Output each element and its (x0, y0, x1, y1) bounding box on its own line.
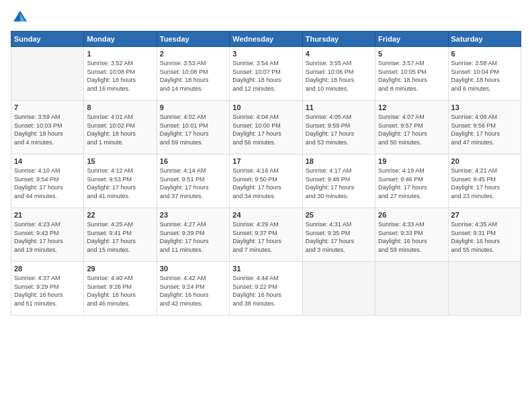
week-row-5: 28Sunrise: 4:37 AM Sunset: 9:29 PM Dayli… (11, 262, 521, 316)
day-number: 22 (87, 211, 153, 219)
day-cell: 19Sunrise: 4:19 AM Sunset: 9:46 PM Dayli… (375, 154, 448, 208)
day-info: Sunrise: 4:19 AM Sunset: 9:46 PM Dayligh… (378, 167, 445, 200)
logo (11, 8, 32, 27)
day-info: Sunrise: 3:54 AM Sunset: 10:07 PM Daylig… (232, 59, 299, 93)
day-cell: 17Sunrise: 4:16 AM Sunset: 9:50 PM Dayli… (230, 154, 302, 208)
day-info: Sunrise: 4:07 AM Sunset: 9:57 PM Dayligh… (378, 113, 445, 146)
day-number: 16 (160, 157, 226, 165)
day-info: Sunrise: 4:10 AM Sunset: 9:54 PM Dayligh… (14, 167, 81, 200)
weekday-header-tuesday: Tuesday (157, 32, 229, 47)
day-number: 1 (87, 50, 153, 58)
calendar-table: SundayMondayTuesdayWednesdayThursdayFrid… (11, 31, 521, 316)
day-info: Sunrise: 4:17 AM Sunset: 9:48 PM Dayligh… (306, 167, 372, 200)
day-number: 13 (451, 103, 518, 111)
day-info: Sunrise: 3:59 AM Sunset: 10:03 PM Daylig… (14, 113, 81, 146)
day-cell: 29Sunrise: 4:40 AM Sunset: 9:26 PM Dayli… (84, 262, 157, 316)
weekday-header-row: SundayMondayTuesdayWednesdayThursdayFrid… (11, 32, 521, 47)
day-cell: 5Sunrise: 3:57 AM Sunset: 10:05 PM Dayli… (375, 47, 448, 101)
page: SundayMondayTuesdayWednesdayThursdayFrid… (0, 0, 532, 411)
day-info: Sunrise: 4:29 AM Sunset: 9:37 PM Dayligh… (232, 220, 299, 254)
day-number: 8 (87, 103, 153, 111)
day-cell: 15Sunrise: 4:12 AM Sunset: 9:53 PM Dayli… (84, 154, 157, 208)
day-number: 21 (14, 211, 81, 219)
day-number: 9 (160, 103, 226, 111)
day-cell: 27Sunrise: 4:35 AM Sunset: 9:31 PM Dayli… (448, 208, 521, 262)
day-number: 10 (232, 103, 299, 111)
day-info: Sunrise: 4:04 AM Sunset: 10:00 PM Daylig… (232, 113, 299, 146)
day-cell: 11Sunrise: 4:05 AM Sunset: 9:59 PM Dayli… (302, 101, 375, 154)
day-cell: 24Sunrise: 4:29 AM Sunset: 9:37 PM Dayli… (230, 208, 302, 262)
day-number: 29 (87, 265, 153, 273)
day-info: Sunrise: 3:55 AM Sunset: 10:06 PM Daylig… (306, 59, 372, 93)
day-cell: 6Sunrise: 3:58 AM Sunset: 10:04 PM Dayli… (448, 47, 521, 101)
day-cell: 25Sunrise: 4:31 AM Sunset: 9:35 PM Dayli… (302, 208, 375, 262)
day-info: Sunrise: 4:02 AM Sunset: 10:01 PM Daylig… (160, 113, 226, 146)
day-cell (448, 262, 521, 316)
day-cell: 20Sunrise: 4:21 AM Sunset: 9:45 PM Dayli… (448, 154, 521, 208)
day-info: Sunrise: 4:25 AM Sunset: 9:41 PM Dayligh… (87, 220, 153, 254)
day-number: 19 (378, 157, 445, 165)
day-info: Sunrise: 4:23 AM Sunset: 9:43 PM Dayligh… (14, 220, 81, 254)
day-number: 25 (306, 211, 372, 219)
day-cell: 1Sunrise: 3:52 AM Sunset: 10:08 PM Dayli… (84, 47, 157, 101)
day-number: 17 (232, 157, 299, 165)
day-cell: 7Sunrise: 3:59 AM Sunset: 10:03 PM Dayli… (11, 101, 84, 154)
day-info: Sunrise: 4:27 AM Sunset: 9:39 PM Dayligh… (160, 220, 226, 254)
day-cell: 12Sunrise: 4:07 AM Sunset: 9:57 PM Dayli… (375, 101, 448, 154)
day-info: Sunrise: 4:33 AM Sunset: 9:33 PM Dayligh… (378, 220, 445, 254)
day-info: Sunrise: 4:42 AM Sunset: 9:24 PM Dayligh… (160, 274, 226, 308)
day-info: Sunrise: 4:31 AM Sunset: 9:35 PM Dayligh… (306, 220, 372, 254)
day-cell: 8Sunrise: 4:01 AM Sunset: 10:02 PM Dayli… (84, 101, 157, 154)
week-row-2: 7Sunrise: 3:59 AM Sunset: 10:03 PM Dayli… (11, 101, 521, 154)
day-number: 31 (232, 265, 299, 273)
day-cell: 30Sunrise: 4:42 AM Sunset: 9:24 PM Dayli… (157, 262, 229, 316)
day-cell: 13Sunrise: 4:08 AM Sunset: 9:56 PM Dayli… (448, 101, 521, 154)
day-number: 26 (378, 211, 445, 219)
day-number: 14 (14, 157, 81, 165)
day-cell (11, 47, 84, 101)
day-info: Sunrise: 3:58 AM Sunset: 10:04 PM Daylig… (451, 59, 518, 93)
weekday-header-wednesday: Wednesday (230, 32, 302, 47)
weekday-header-friday: Friday (375, 32, 448, 47)
day-cell (302, 262, 375, 316)
day-info: Sunrise: 3:53 AM Sunset: 10:08 PM Daylig… (160, 59, 226, 93)
day-number: 11 (306, 103, 372, 111)
day-info: Sunrise: 4:40 AM Sunset: 9:26 PM Dayligh… (87, 274, 153, 308)
day-cell (375, 262, 448, 316)
day-cell: 28Sunrise: 4:37 AM Sunset: 9:29 PM Dayli… (11, 262, 84, 316)
day-number: 12 (378, 103, 445, 111)
day-number: 5 (378, 50, 445, 58)
day-info: Sunrise: 4:44 AM Sunset: 9:22 PM Dayligh… (232, 274, 299, 308)
day-info: Sunrise: 3:52 AM Sunset: 10:08 PM Daylig… (87, 59, 153, 93)
day-info: Sunrise: 4:12 AM Sunset: 9:53 PM Dayligh… (87, 167, 153, 200)
day-number: 30 (160, 265, 226, 273)
day-number: 20 (451, 157, 518, 165)
day-cell: 16Sunrise: 4:14 AM Sunset: 9:51 PM Dayli… (157, 154, 229, 208)
day-cell: 26Sunrise: 4:33 AM Sunset: 9:33 PM Dayli… (375, 208, 448, 262)
day-cell: 3Sunrise: 3:54 AM Sunset: 10:07 PM Dayli… (230, 47, 302, 101)
day-cell: 31Sunrise: 4:44 AM Sunset: 9:22 PM Dayli… (230, 262, 302, 316)
day-info: Sunrise: 4:16 AM Sunset: 9:50 PM Dayligh… (232, 167, 299, 200)
day-number: 4 (306, 50, 372, 58)
weekday-header-monday: Monday (84, 32, 157, 47)
day-number: 27 (451, 211, 518, 219)
week-row-4: 21Sunrise: 4:23 AM Sunset: 9:43 PM Dayli… (11, 208, 521, 262)
day-info: Sunrise: 4:35 AM Sunset: 9:31 PM Dayligh… (451, 220, 518, 254)
day-cell: 18Sunrise: 4:17 AM Sunset: 9:48 PM Dayli… (302, 154, 375, 208)
day-info: Sunrise: 4:21 AM Sunset: 9:45 PM Dayligh… (451, 167, 518, 200)
week-row-1: 1Sunrise: 3:52 AM Sunset: 10:08 PM Dayli… (11, 47, 521, 101)
day-number: 28 (14, 265, 81, 273)
day-info: Sunrise: 4:01 AM Sunset: 10:02 PM Daylig… (87, 113, 153, 146)
day-number: 7 (14, 103, 81, 111)
day-info: Sunrise: 4:08 AM Sunset: 9:56 PM Dayligh… (451, 113, 518, 146)
day-info: Sunrise: 4:37 AM Sunset: 9:29 PM Dayligh… (14, 274, 81, 308)
logo-icon (11, 8, 30, 27)
day-number: 23 (160, 211, 226, 219)
week-row-3: 14Sunrise: 4:10 AM Sunset: 9:54 PM Dayli… (11, 154, 521, 208)
weekday-header-saturday: Saturday (448, 32, 521, 47)
day-number: 3 (232, 50, 299, 58)
day-cell: 2Sunrise: 3:53 AM Sunset: 10:08 PM Dayli… (157, 47, 229, 101)
day-cell: 4Sunrise: 3:55 AM Sunset: 10:06 PM Dayli… (302, 47, 375, 101)
day-info: Sunrise: 3:57 AM Sunset: 10:05 PM Daylig… (378, 59, 445, 93)
day-cell: 23Sunrise: 4:27 AM Sunset: 9:39 PM Dayli… (157, 208, 229, 262)
